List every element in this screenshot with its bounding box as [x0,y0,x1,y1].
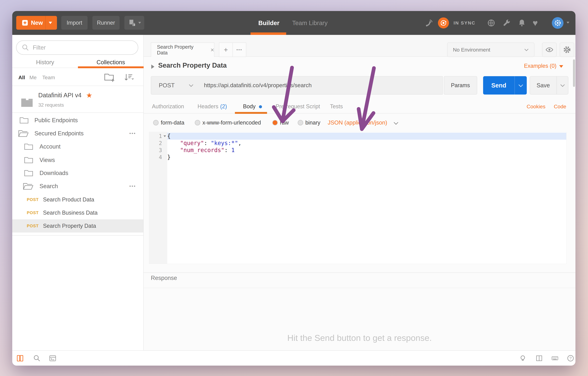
tab-team-library[interactable]: Team Library [292,11,327,35]
collections-underline [78,66,144,68]
line-number: 4 [149,154,167,161]
sync-status-icon[interactable] [438,17,449,29]
line-number: 3 [149,147,167,154]
new-folder-icon[interactable] [104,73,115,82]
lightbulb-icon[interactable] [519,354,527,362]
sidebar-folder-downloads[interactable]: Downloads [12,167,143,180]
sync-status-text: IN SYNC [454,11,475,35]
new-window-button[interactable] [124,16,144,30]
folder-menu-button[interactable]: ••• [129,180,136,193]
divider [12,235,143,236]
divider [12,112,143,113]
radio-form-data-label[interactable]: form-data [161,116,184,129]
send-button[interactable]: Send [483,76,527,94]
globe-icon[interactable] [487,19,496,27]
sidebar-folder-public-endpoints[interactable]: Public Endpoints [12,114,143,127]
caret-down-icon [49,22,52,24]
radio-binary[interactable] [298,120,303,125]
code-line-3: "num_records": 1 [167,147,566,154]
status-bar: ? [12,350,576,366]
save-button[interactable]: Save [530,76,568,94]
runner-button[interactable]: Runner [92,16,120,30]
params-button[interactable]: Params [444,76,477,94]
new-tab-button[interactable]: + [219,42,233,57]
two-pane-layout-icon[interactable] [535,354,543,362]
line-number: 2 [149,140,167,147]
radio-raw[interactable] [272,120,278,125]
sidebar-request-search-business-data[interactable]: POST Search Business Data [12,206,143,219]
collection-header[interactable]: Datafiniti API v4 ★ 32 requests [12,86,143,112]
scope-all[interactable]: All [18,70,25,84]
svg-text:?: ? [569,356,572,361]
keyboard-shortcuts-icon[interactable] [551,354,559,362]
disclosure-triangle-icon[interactable] [151,64,154,69]
request-name: Search Property Data [43,219,96,232]
sidebar-toggle-icon[interactable] [16,354,24,362]
star-icon[interactable]: ★ [86,91,92,99]
radio-x-www-form-urlencoded-label[interactable]: x-www-form-urlencoded [202,116,261,129]
user-avatar[interactable] [552,17,564,29]
filter-input[interactable] [33,44,125,51]
request-tab[interactable]: Search Property Data × [151,42,214,57]
code-link[interactable]: Code [554,99,566,114]
environment-quicklook-button[interactable] [542,42,557,57]
search-icon[interactable] [33,354,41,362]
capture-proxy-icon[interactable] [425,19,433,27]
radio-binary-label[interactable]: binary [305,116,320,129]
tab-builder[interactable]: Builder [258,11,279,35]
sidebar-folder-views[interactable]: Views [12,153,143,167]
close-tab-icon[interactable]: × [211,46,214,53]
tab-pre-request-script[interactable]: Pre-request Script [276,99,320,114]
chevron-down-icon[interactable] [559,82,566,89]
tab-history[interactable]: History [12,57,78,68]
folder-icon [19,116,29,125]
method-badge: POST [27,219,39,232]
tab-headers[interactable]: Headers(2) [197,99,227,114]
folder-icon [24,156,33,165]
body-modified-dot [259,105,262,108]
tab-body[interactable]: Body [243,99,262,114]
scope-me[interactable]: Me [29,70,37,84]
examples-dropdown[interactable]: Examples (0) [524,63,563,69]
sidebar-folder-search[interactable]: Search ••• [12,180,143,193]
tab-options-button[interactable]: ••• [232,42,246,57]
heart-icon[interactable]: ♥ [533,19,541,27]
help-icon[interactable]: ? [566,354,575,362]
content-type-selector[interactable]: JSON (application/json) [328,116,400,129]
radio-raw-label[interactable]: raw [280,116,289,129]
raw-body-editor[interactable]: 1 2 3 4 { "query": "keys:*", "num_record… [149,132,566,264]
wrench-icon[interactable] [502,19,511,27]
json-key: "num_records" [180,147,225,153]
environment-selected: No Environment [453,47,490,53]
sort-icon[interactable] [123,73,135,82]
tab-tests[interactable]: Tests [330,99,343,114]
fold-caret-icon[interactable] [163,135,166,137]
avatar-caret-icon[interactable] [566,22,569,23]
new-button[interactable]: New [16,16,57,30]
filter-search[interactable] [16,40,138,55]
sidebar-folder-account[interactable]: Account [12,140,143,153]
radio-x-www-form-urlencoded[interactable] [195,120,200,125]
scope-team[interactable]: Team [42,70,55,84]
tab-authorization[interactable]: Authorization [152,99,184,114]
caret-down-icon [138,22,141,24]
main-panel: Search Property Data × + ••• No Environm… [144,35,576,350]
new-dropdown-section[interactable] [45,16,55,30]
console-icon[interactable] [49,354,57,362]
active-tab-underline [250,32,286,35]
radio-form-data[interactable] [153,120,159,125]
postman-window: New Import Runner Builder Team Library I… [12,11,576,366]
method-selector[interactable]: POST [151,76,199,94]
sidebar-request-search-product-data[interactable]: POST Search Product Data [12,193,143,206]
url-input[interactable] [198,76,443,94]
sidebar-request-search-property-data[interactable]: POST Search Property Data [12,219,143,232]
tab-collections[interactable]: Collections [78,57,144,68]
chevron-down-icon[interactable] [517,82,524,89]
bell-icon[interactable] [518,19,526,27]
settings-button[interactable] [560,42,574,57]
sidebar-folder-secured-endpoints[interactable]: Secured Endpoints ••• [12,127,143,140]
folder-menu-button[interactable]: ••• [129,127,136,140]
cookies-link[interactable]: Cookies [527,99,545,114]
environment-selector[interactable]: No Environment [447,42,534,57]
import-button[interactable]: Import [61,16,87,30]
